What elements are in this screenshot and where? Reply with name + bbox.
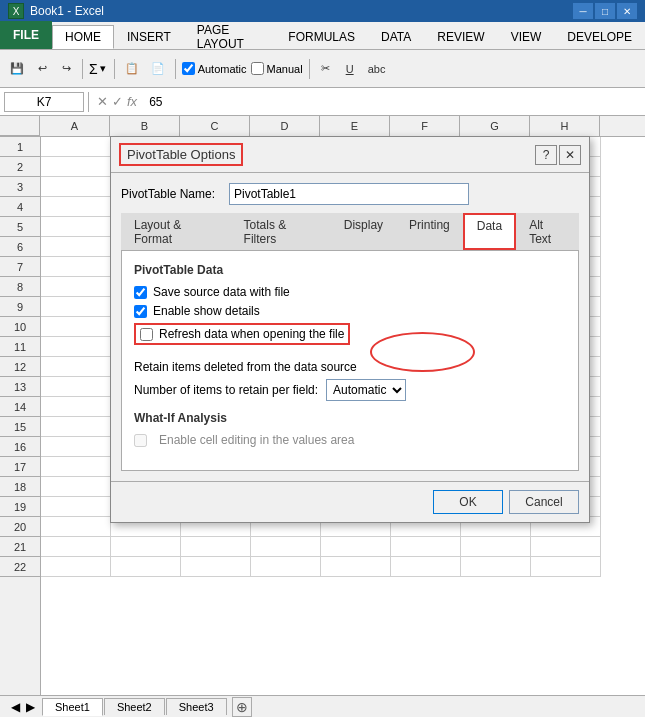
excel-icon: X [8, 3, 24, 19]
formula-input[interactable] [145, 95, 641, 109]
maximize-button[interactable]: □ [595, 3, 615, 19]
automatic-label: Automatic [198, 63, 247, 75]
toolbar: 💾 ↩ ↪ Σ ▾ 📋 📄 Automatic Manual ✂ U abc [0, 50, 645, 88]
automatic-checkbox[interactable] [182, 62, 195, 75]
tab-insert[interactable]: INSERT [114, 25, 184, 49]
save-source-label: Save source data with file [153, 285, 290, 299]
enable-details-label: Enable show details [153, 304, 260, 318]
dialog-title: PivotTable Options [119, 143, 243, 166]
tab-layout-format[interactable]: Layout & Format [121, 213, 231, 250]
scroll-left-icon[interactable]: ◀ [8, 700, 23, 714]
dialog-body: PivotTable Name: Layout & Format Totals … [111, 173, 589, 481]
formula-sep [88, 92, 89, 112]
automatic-checkbox-group: Automatic [182, 62, 247, 75]
redo-button[interactable]: ↪ [56, 58, 76, 80]
tab-page-layout[interactable]: PAGE LAYOUT [184, 25, 276, 49]
title-bar: X Book1 - Excel ─ □ ✕ [0, 0, 645, 22]
refresh-data-row-highlighted: Refresh data when opening the file [134, 323, 350, 345]
whatif-section: What-If Analysis Enable cell editing in … [134, 411, 566, 447]
sep1 [82, 59, 83, 79]
tab-alt-text[interactable]: Alt Text [516, 213, 579, 250]
sigma-icon: Σ [89, 61, 98, 77]
abc-button[interactable]: abc [364, 58, 390, 80]
retain-label: Retain items deleted from the data sourc… [134, 360, 566, 374]
sheet-tab-sheet3[interactable]: Sheet3 [166, 698, 227, 715]
status-bar: ◀ ▶ Sheet1 Sheet2 Sheet3 ⊕ [0, 695, 645, 717]
title-bar-left: X Book1 - Excel [8, 3, 104, 19]
tab-file[interactable]: FILE [0, 21, 52, 49]
tab-developer[interactable]: DEVELOPE [554, 25, 645, 49]
cell-reference-input[interactable] [4, 92, 84, 112]
copy-button[interactable]: 📋 [121, 58, 143, 80]
pivottable-name-row: PivotTable Name: [121, 183, 579, 205]
save-source-checkbox[interactable] [134, 286, 147, 299]
window-title: Book1 - Excel [30, 4, 104, 18]
formula-bar: ✕ ✓ fx [0, 88, 645, 116]
add-sheet-button[interactable]: ⊕ [232, 697, 252, 717]
tab-formulas[interactable]: FORMULAS [275, 25, 368, 49]
sheet-tab-sheet2[interactable]: Sheet2 [104, 698, 165, 715]
dialog-footer: OK Cancel [111, 481, 589, 522]
title-bar-controls: ─ □ ✕ [573, 3, 637, 19]
pivottable-name-label: PivotTable Name: [121, 187, 221, 201]
dialog-title-bar: PivotTable Options ? ✕ [111, 137, 589, 173]
cancel-button[interactable]: Cancel [509, 490, 579, 514]
sigma-dropdown[interactable]: ▾ [98, 62, 108, 75]
pivottable-name-input[interactable] [229, 183, 469, 205]
whatif-title: What-If Analysis [134, 411, 566, 425]
save-button[interactable]: 💾 [6, 58, 28, 80]
dialog-title-controls: ? ✕ [535, 145, 581, 165]
enable-details-row: Enable show details [134, 304, 566, 318]
retain-dropdown[interactable]: Automatic None Max [326, 379, 406, 401]
close-button[interactable]: ✕ [617, 3, 637, 19]
enable-details-checkbox[interactable] [134, 305, 147, 318]
sheet-tabs-area: ◀ ▶ Sheet1 Sheet2 Sheet3 ⊕ [8, 697, 252, 717]
ribbon-tabs: FILE HOME INSERT PAGE LAYOUT FORMULAS DA… [0, 22, 645, 50]
manual-checkbox-group: Manual [251, 62, 303, 75]
dialog-tab-content: PivotTable Data Save source data with fi… [121, 251, 579, 471]
spreadsheet-area: A B C D E F G H 1 2 3 4 5 6 7 8 9 10 11 … [0, 116, 645, 695]
minimize-button[interactable]: ─ [573, 3, 593, 19]
sep4 [309, 59, 310, 79]
sep2 [114, 59, 115, 79]
underline-button[interactable]: U [340, 58, 360, 80]
scroll-right-icon[interactable]: ▶ [23, 700, 38, 714]
formula-icons: ✕ ✓ fx [93, 94, 141, 109]
tab-data[interactable]: DATA [368, 25, 424, 49]
paste-button[interactable]: 📄 [147, 58, 169, 80]
undo-button[interactable]: ↩ [32, 58, 52, 80]
refresh-data-label: Refresh data when opening the file [159, 327, 344, 341]
confirm-formula-icon[interactable]: ✓ [112, 94, 123, 109]
manual-label: Manual [267, 63, 303, 75]
dialog-overlay: PivotTable Options ? ✕ PivotTable Name: … [0, 116, 645, 695]
auto-sum-group: Σ ▾ [89, 61, 108, 77]
tab-display[interactable]: Display [331, 213, 396, 250]
enable-cell-editing-label: Enable cell editing in the values area [159, 433, 354, 447]
retain-section: Retain items deleted from the data sourc… [134, 360, 566, 401]
dialog-help-button[interactable]: ? [535, 145, 557, 165]
enable-cell-editing-row: Enable cell editing in the values area [134, 433, 566, 447]
tab-totals-filters[interactable]: Totals & Filters [231, 213, 331, 250]
save-source-row: Save source data with file [134, 285, 566, 299]
pivottable-options-dialog: PivotTable Options ? ✕ PivotTable Name: … [110, 136, 590, 523]
dialog-close-button[interactable]: ✕ [559, 145, 581, 165]
retain-row: Number of items to retain per field: Aut… [134, 379, 566, 401]
pivottable-data-title: PivotTable Data [134, 263, 566, 277]
manual-checkbox[interactable] [251, 62, 264, 75]
sheet-tab-sheet1[interactable]: Sheet1 [42, 698, 103, 716]
tab-printing[interactable]: Printing [396, 213, 463, 250]
dialog-tabs: Layout & Format Totals & Filters Display… [121, 213, 579, 251]
sep3 [175, 59, 176, 79]
ok-button[interactable]: OK [433, 490, 503, 514]
tab-home[interactable]: HOME [52, 25, 114, 49]
tab-view[interactable]: VIEW [498, 25, 555, 49]
tab-data[interactable]: Data [463, 213, 516, 250]
fx-icon[interactable]: fx [127, 94, 137, 109]
retain-field-label: Number of items to retain per field: [134, 383, 318, 397]
tab-review[interactable]: REVIEW [424, 25, 497, 49]
refresh-data-checkbox[interactable] [140, 328, 153, 341]
cancel-formula-icon[interactable]: ✕ [97, 94, 108, 109]
enable-cell-editing-checkbox[interactable] [134, 434, 147, 447]
cut-button[interactable]: ✂ [316, 58, 336, 80]
